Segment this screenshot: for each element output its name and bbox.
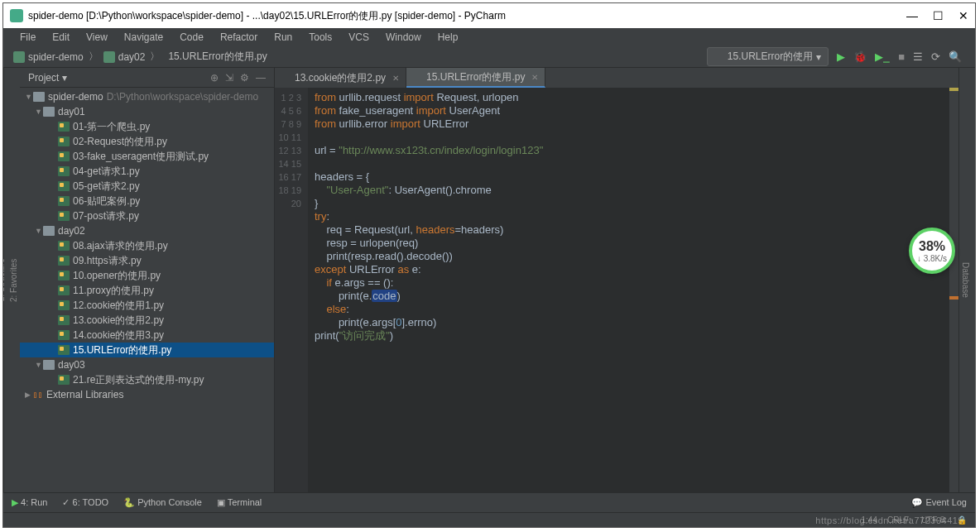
project-panel-header: Project▾ ⊕ ⇲ ⚙ — — [20, 68, 274, 88]
run-button[interactable]: ▶ — [837, 50, 845, 63]
attach-button[interactable]: ▶⎯ — [875, 50, 890, 63]
tree-folder-day02[interactable]: ▼day02 — [20, 223, 274, 238]
menu-tools[interactable]: Tools — [302, 30, 339, 45]
menu-help[interactable]: Help — [431, 30, 465, 45]
tree-file[interactable]: 13.cookie的使用2.py — [20, 313, 274, 328]
left-tool-rail: 2: Favorites 2: Structure 1: Project — [3, 68, 20, 492]
panel-tool-hide-icon[interactable]: — — [256, 72, 266, 84]
tool-terminal[interactable]: ▣ Terminal — [217, 497, 262, 508]
window-title: spider-demo [D:\Python\workspace\spider-… — [28, 9, 506, 23]
menu-navigate[interactable]: Navigate — [118, 30, 170, 45]
toolbar-icon[interactable]: ☰ — [913, 50, 923, 63]
tree-file[interactable]: 11.proxy的使用.py — [20, 283, 274, 298]
gutter: 1 2 3 4 5 6 7 8 9 10 11 12 13 14 15 16 1… — [275, 88, 308, 492]
menu-edit[interactable]: Edit — [46, 30, 76, 45]
maximize-button[interactable]: ☐ — [933, 9, 944, 22]
widget-percent: 38% — [919, 239, 945, 254]
tree-file[interactable]: 03-fake_useragent使用测试.py — [20, 149, 274, 164]
tab-active[interactable]: 15.URLError的使用.py✕ — [406, 68, 545, 88]
tree-file[interactable]: 10.opener的使用.py — [20, 268, 274, 283]
tree-file-selected[interactable]: 15.URLError的使用.py — [20, 343, 274, 357]
watermark: https://blog.csdn.net/a772304419 — [815, 515, 963, 525]
tree-file[interactable]: 06-贴吧案例.py — [20, 194, 274, 208]
code-editor[interactable]: 1 2 3 4 5 6 7 8 9 10 11 12 13 14 15 16 1… — [275, 88, 958, 492]
menu-file[interactable]: File — [13, 30, 42, 45]
app-icon — [10, 9, 23, 22]
breadcrumb-folder[interactable]: day02 — [98, 51, 151, 63]
warning-stripe[interactable] — [949, 88, 958, 91]
tab-close-icon[interactable]: ✕ — [392, 74, 399, 83]
run-config-selector[interactable]: 15.URLError的使用 ▾ — [707, 47, 829, 66]
tree-folder-day01[interactable]: ▼day01 — [20, 104, 274, 119]
breadcrumb-file[interactable]: 15.URLError的使用.py — [160, 50, 271, 64]
speed-widget[interactable]: 38% ↓ 3.8K/s — [909, 228, 955, 274]
tree-file[interactable]: 07-post请求.py — [20, 208, 274, 223]
minimize-button[interactable]: — — [906, 9, 918, 22]
tree-file[interactable]: 14.cookie的使用3.py — [20, 328, 274, 343]
tree-file[interactable]: 09.https请求.py — [20, 253, 274, 268]
panel-tool-collapse-icon[interactable]: ⊕ — [210, 72, 219, 84]
menu-code[interactable]: Code — [173, 30, 210, 45]
title-bar: spider-demo [D:\Python\workspace\spider-… — [3, 3, 975, 28]
warning-stripe[interactable] — [949, 296, 958, 300]
editor-tabs: 13.cookie的使用2.py✕ 15.URLError的使用.py✕ — [275, 68, 958, 88]
tree-file[interactable]: 04-get请求1.py — [20, 164, 274, 179]
tool-todo[interactable]: ✓ 6: TODO — [62, 497, 108, 508]
breadcrumb-root[interactable]: spider-demo — [8, 51, 89, 63]
tool-run[interactable]: ▶ 4: Run — [12, 497, 47, 508]
tree-file[interactable]: 08.ajax请求的使用.py — [20, 238, 274, 253]
event-log[interactable]: 💬 Event Log — [911, 497, 967, 508]
tree-file[interactable]: 12.cookie的使用1.py — [20, 298, 274, 313]
panel-tool-gear-icon[interactable]: ⚙ — [240, 72, 249, 84]
bottom-tool-bar: ▶ 4: Run ✓ 6: TODO 🐍 Python Console ▣ Te… — [3, 492, 975, 512]
rail-database[interactable]: Database — [959, 256, 972, 304]
tree-file[interactable]: 01-第一个爬虫.py — [20, 119, 274, 134]
toolbar-icon-2[interactable]: ⟳ — [931, 50, 940, 63]
tree-external-libs[interactable]: ▶⫾⫾External Libraries — [20, 387, 274, 402]
code-content[interactable]: from urllib.request import Request, urlo… — [308, 88, 949, 492]
editor-scrollbar[interactable] — [949, 88, 958, 492]
editor-area: 13.cookie的使用2.py✕ 15.URLError的使用.py✕ 1 2… — [275, 68, 958, 492]
search-icon[interactable]: 🔍 — [949, 50, 962, 63]
close-button[interactable]: ✕ — [958, 9, 968, 22]
widget-speed: ↓ 3.8K/s — [917, 254, 947, 263]
rail-sciview[interactable]: SciView — [972, 259, 975, 301]
tree-folder-day03[interactable]: ▼day03 — [20, 357, 274, 372]
tree-root[interactable]: ▼spider-demoD:\Python\workspace\spider-d… — [20, 89, 274, 104]
tree-file[interactable]: 21.re正则表达式的使用-my.py — [20, 372, 274, 387]
project-tree: ▼spider-demoD:\Python\workspace\spider-d… — [20, 88, 274, 492]
nav-bar: spider-demo〉 day02〉 15.URLError的使用.py 15… — [3, 46, 975, 68]
rail-favorites[interactable]: 2: Favorites — [7, 252, 20, 308]
tab-close-icon[interactable]: ✕ — [531, 73, 538, 82]
rail-structure[interactable]: 2: Structure — [3, 252, 7, 309]
tool-python-console[interactable]: 🐍 Python Console — [123, 497, 202, 508]
stop-button[interactable]: ■ — [898, 50, 905, 63]
tab-inactive[interactable]: 13.cookie的使用2.py✕ — [275, 68, 406, 88]
menu-refactor[interactable]: Refactor — [214, 30, 264, 45]
menu-view[interactable]: View — [79, 30, 114, 45]
menu-run[interactable]: Run — [267, 30, 299, 45]
menu-bar: File Edit View Navigate Code Refactor Ru… — [3, 28, 975, 46]
project-panel: Project▾ ⊕ ⇲ ⚙ — ▼spider-demoD:\Python\w… — [20, 68, 275, 492]
panel-title: Project — [28, 72, 59, 84]
tree-file[interactable]: 02-Request的使用.py — [20, 134, 274, 149]
menu-vcs[interactable]: VCS — [342, 30, 376, 45]
right-tool-rail: Database SciView — [958, 68, 975, 492]
debug-button[interactable]: 🐞 — [853, 50, 867, 63]
panel-tool-settings-icon[interactable]: ⇲ — [225, 72, 233, 84]
menu-window[interactable]: Window — [379, 30, 428, 45]
tree-file[interactable]: 05-get请求2.py — [20, 179, 274, 194]
